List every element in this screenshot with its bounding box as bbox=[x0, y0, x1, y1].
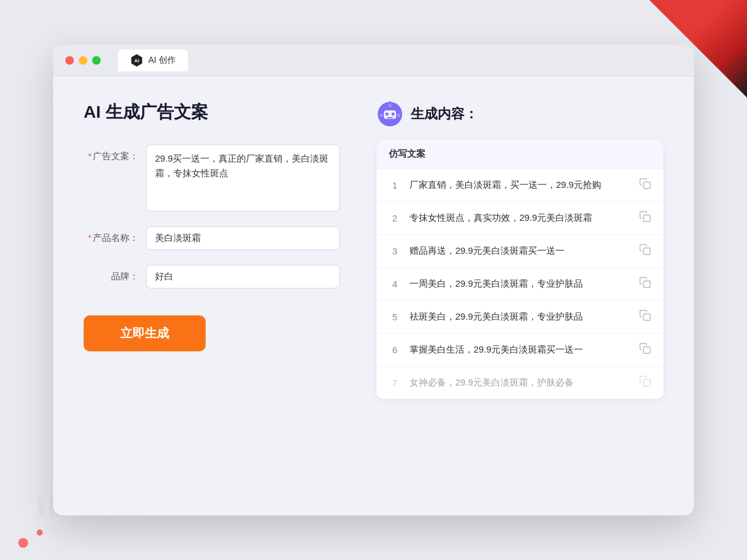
brand-input[interactable] bbox=[146, 265, 340, 289]
svg-text:AI: AI bbox=[134, 58, 139, 63]
svg-rect-16 bbox=[644, 380, 651, 387]
page-title: AI 生成广告文案 bbox=[84, 101, 340, 124]
results-container: 1厂家直销，美白淡斑霜，买一送一，29.9元抢购2专抹女性斑点，真实功效，29.… bbox=[377, 169, 663, 399]
copy-icon[interactable] bbox=[639, 276, 651, 292]
copy-icon[interactable] bbox=[639, 243, 651, 259]
row-text: 祛斑美白，29.9元美白淡斑霜，专业护肤品 bbox=[410, 310, 630, 324]
right-panel: 生成内容： 仿写文案 1厂家直销，美白淡斑霜，买一送一，29.9元抢购2专抹女性… bbox=[377, 101, 663, 491]
brand-label: 品牌： bbox=[84, 265, 139, 282]
close-button[interactable] bbox=[65, 56, 74, 65]
copy-icon[interactable] bbox=[639, 178, 651, 193]
result-title: 生成内容： bbox=[411, 105, 478, 123]
copy-icon[interactable] bbox=[639, 342, 651, 357]
table-row: 3赠品再送，29.9元美白淡斑霜买一送一 bbox=[377, 235, 663, 268]
traffic-lights bbox=[65, 56, 101, 65]
table-row: 2专抹女性斑点，真实功效，29.9元美白淡斑霜 bbox=[377, 202, 663, 235]
row-text: 女神必备，29.9元美白淡斑霜，护肤必备 bbox=[410, 376, 630, 390]
row-text: 掌握美白生活，29.9元美白淡斑霜买一送一 bbox=[410, 343, 630, 357]
product-required-star: * bbox=[88, 232, 92, 243]
row-number: 2 bbox=[389, 213, 401, 223]
svg-rect-12 bbox=[644, 248, 651, 255]
svg-point-7 bbox=[388, 104, 392, 107]
product-name-input[interactable] bbox=[146, 226, 340, 250]
svg-rect-10 bbox=[644, 182, 651, 189]
ad-copy-required-star: * bbox=[88, 151, 92, 161]
row-text: 一周美白，29.9元美白淡斑霜，专业护肤品 bbox=[410, 277, 630, 291]
svg-rect-11 bbox=[644, 215, 651, 222]
table-row: 7女神必备，29.9元美白淡斑霜，护肤必备 bbox=[377, 367, 663, 399]
table-row: 1厂家直销，美白淡斑霜，买一送一，29.9元抢购 bbox=[377, 169, 663, 202]
table-header: 仿写文案 bbox=[377, 140, 663, 169]
main-content: AI 生成广告文案 *广告文案： *产品名称： 品牌： 立 bbox=[53, 76, 694, 515]
svg-rect-5 bbox=[387, 117, 393, 118]
copy-icon[interactable] bbox=[639, 375, 651, 390]
ai-tab-icon: AI bbox=[130, 54, 143, 67]
svg-point-8 bbox=[380, 113, 383, 117]
table-row: 5祛斑美白，29.9元美白淡斑霜，专业护肤品 bbox=[377, 301, 663, 334]
copy-icon[interactable] bbox=[639, 210, 651, 226]
decorative-dot-1 bbox=[18, 538, 28, 548]
ad-copy-input[interactable] bbox=[146, 145, 340, 212]
left-panel: AI 生成广告文案 *广告文案： *产品名称： 品牌： 立 bbox=[84, 101, 340, 491]
svg-rect-15 bbox=[644, 347, 651, 354]
table-row: 6掌握美白生活，29.9元美白淡斑霜买一送一 bbox=[377, 334, 663, 367]
brand-row: 品牌： bbox=[84, 265, 340, 289]
svg-point-9 bbox=[397, 113, 400, 117]
decorative-corner-bl bbox=[0, 511, 73, 560]
browser-window: AI AI 创作 AI 生成广告文案 *广告文案： *产品名称： bbox=[53, 45, 694, 515]
svg-point-4 bbox=[392, 113, 395, 116]
ai-tab[interactable]: AI AI 创作 bbox=[118, 49, 188, 71]
row-text: 专抹女性斑点，真实功效，29.9元美白淡斑霜 bbox=[410, 211, 630, 225]
generate-button[interactable]: 立即生成 bbox=[84, 315, 206, 351]
svg-rect-14 bbox=[644, 314, 651, 321]
svg-point-3 bbox=[386, 113, 389, 116]
ai-tab-label: AI 创作 bbox=[148, 55, 176, 66]
robot-icon bbox=[377, 101, 403, 127]
row-text: 赠品再送，29.9元美白淡斑霜买一送一 bbox=[410, 244, 630, 258]
svg-rect-13 bbox=[644, 281, 651, 288]
row-text: 厂家直销，美白淡斑霜，买一送一，29.9元抢购 bbox=[410, 178, 630, 192]
ad-copy-label: *广告文案： bbox=[84, 145, 139, 162]
title-bar: AI AI 创作 bbox=[53, 45, 694, 76]
row-number: 4 bbox=[389, 279, 401, 289]
table-row: 4一周美白，29.9元美白淡斑霜，专业护肤品 bbox=[377, 268, 663, 301]
product-name-row: *产品名称： bbox=[84, 226, 340, 250]
product-name-label: *产品名称： bbox=[84, 226, 139, 244]
decorative-dot-2 bbox=[37, 529, 43, 536]
maximize-button[interactable] bbox=[92, 56, 101, 65]
ad-copy-row: *广告文案： bbox=[84, 145, 340, 212]
row-number: 3 bbox=[389, 246, 401, 256]
result-header: 生成内容： bbox=[377, 101, 663, 127]
row-number: 1 bbox=[389, 180, 401, 190]
row-number: 7 bbox=[389, 378, 401, 388]
result-table: 仿写文案 1厂家直销，美白淡斑霜，买一送一，29.9元抢购2专抹女性斑点，真实功… bbox=[377, 140, 663, 399]
row-number: 5 bbox=[389, 312, 401, 322]
minimize-button[interactable] bbox=[79, 56, 87, 65]
row-number: 6 bbox=[389, 345, 401, 355]
copy-icon[interactable] bbox=[639, 309, 651, 325]
